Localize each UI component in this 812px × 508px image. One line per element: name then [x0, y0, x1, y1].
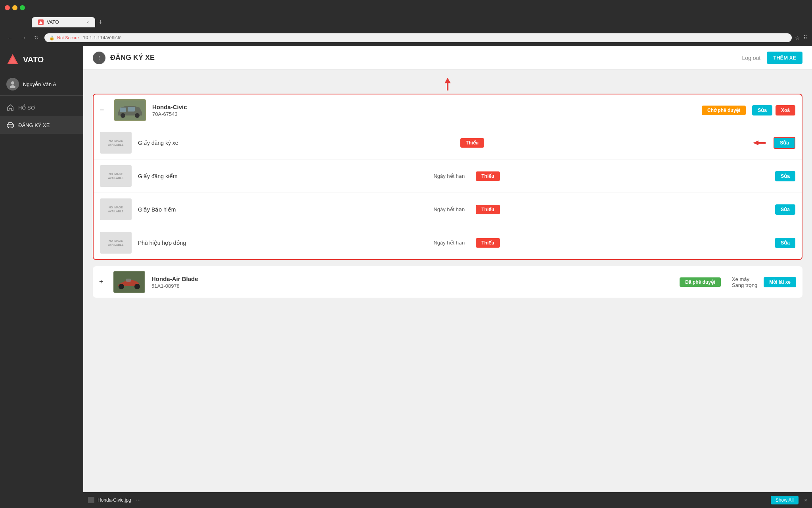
tab-favicon [38, 19, 44, 25]
content-area: − Honda-Civic [83, 70, 812, 492]
reload-button[interactable]: ↻ [32, 33, 41, 42]
more-button[interactable]: ⠿ [803, 35, 807, 41]
tab-bar: VATO × + [0, 15, 812, 29]
avatar [6, 78, 19, 90]
doc-row-dang-kiem: NO IMAGEAVAILABLE Giấy đăng kiểm Ngày hế… [94, 160, 802, 193]
file-more-button[interactable]: ⋯ [136, 497, 141, 503]
vehicle-image-honda-airblade [113, 271, 145, 293]
invite-driver-button-honda-airblade[interactable]: Mời lái xe [764, 277, 796, 287]
forward-button[interactable]: → [18, 33, 29, 42]
document-rows-honda-civic: NO IMAGEAVAILABLE Giấy đăng ký xe Thiếu … [94, 126, 802, 259]
sidebar-logo: VATO [0, 46, 83, 73]
edit-button-doc-dang-kiem[interactable]: Sửa [775, 171, 795, 181]
vehicle-name-honda-civic: Honda-Civic [152, 104, 695, 110]
tab-close-button[interactable]: × [86, 20, 89, 25]
address-bar: ← → ↻ 🔒 Not Secure 10.1.1.114/vehicle ☆ … [0, 29, 812, 46]
vehicle-plate-honda-civic: 70A-67543 [152, 111, 695, 117]
house-icon [6, 104, 14, 112]
vehicle-plate-honda-airblade: 51A1-08978 [151, 283, 673, 289]
edit-button-doc-phu-hieu[interactable]: Sửa [775, 238, 795, 248]
doc-image-bao-hiem: NO IMAGEAVAILABLE [100, 198, 132, 220]
minimize-traffic-light[interactable] [12, 5, 17, 10]
svg-point-3 [11, 81, 14, 85]
vehicle-actions-honda-airblade: Mời lái xe [764, 277, 796, 287]
doc-expiry-bao-hiem: Ngày hết hạn [433, 206, 465, 212]
bottom-file: Honda-Civic.jpg ⋯ [88, 497, 141, 503]
doc-image-dang-ky-xe: NO IMAGEAVAILABLE [100, 132, 132, 154]
edit-button-doc-dang-ky-xe[interactable]: Sửa [774, 137, 795, 149]
bottom-bar-close-button[interactable]: × [804, 497, 807, 503]
svg-point-16 [119, 284, 124, 289]
vehicle-header-honda-airblade: + Honda-Air Blade 51A1-08978 [93, 266, 802, 298]
header-menu-icon[interactable]: ⋮ [93, 52, 105, 64]
maximize-traffic-light[interactable] [20, 5, 25, 10]
sidebar-user: Nguyễn Văn A [0, 73, 83, 96]
doc-status-dang-ky-xe: Thiếu [460, 138, 484, 148]
arrow-right-icon [753, 140, 766, 146]
svg-marker-8 [444, 78, 451, 90]
vehicle-actions-honda-civic: Sửa Xoá [752, 105, 795, 115]
doc-row-phu-hieu: NO IMAGEAVAILABLE Phù hiệu hợp đồng Ngày… [94, 226, 802, 259]
vato-logo-icon [6, 53, 19, 66]
new-tab-button[interactable]: + [95, 18, 106, 27]
svg-marker-14 [753, 140, 766, 145]
vehicle-type2-honda-airblade: Sang trọng [732, 282, 757, 288]
doc-row-bao-hiem: NO IMAGEAVAILABLE Giấy Bảo hiểm Ngày hết… [94, 193, 802, 226]
doc-status-dang-kiem: Thiếu [476, 171, 500, 181]
file-icon [88, 497, 94, 503]
doc-name-dang-ky-xe: Giấy đăng ký xe [138, 140, 443, 146]
sidebar-item-label-ho-so: HỒ SƠ [18, 105, 36, 111]
doc-expiry-phu-hieu: Ngày hết hạn [433, 240, 465, 246]
doc-name-phu-hieu: Phù hiệu hợp đồng [138, 240, 427, 246]
bottom-bar: Honda-Civic.jpg ⋯ Show All × [83, 492, 812, 508]
logout-link[interactable]: Log out [742, 55, 760, 61]
vehicle-type-honda-airblade: Xe máy [732, 276, 757, 282]
doc-status-phu-hieu: Thiếu [476, 238, 500, 248]
doc-name-dang-kiem: Giấy đăng kiểm [138, 173, 427, 179]
lock-icon: 🔒 [49, 35, 55, 40]
svg-point-10 [121, 113, 125, 118]
svg-point-11 [135, 113, 140, 118]
svg-rect-5 [7, 124, 13, 127]
bookmark-button[interactable]: ☆ [795, 35, 800, 41]
tab-title: VATO [47, 19, 59, 25]
title-bar [0, 0, 812, 15]
file-name: Honda-Civic.jpg [98, 497, 131, 503]
page-header: ⋮ ĐĂNG KÝ XE Log out THÊM XE [83, 46, 812, 70]
vehicle-image-honda-civic [114, 99, 146, 121]
sidebar: VATO Nguyễn Văn A HỒ SƠ ĐĂNG KÝ XE [0, 46, 83, 508]
doc-image-phu-hieu: NO IMAGEAVAILABLE [100, 232, 132, 254]
address-input[interactable]: 🔒 Not Secure 10.1.1.114/vehicle [44, 33, 792, 42]
show-all-button[interactable]: Show All [771, 496, 799, 504]
vehicle-toggle-honda-airblade[interactable]: + [99, 278, 107, 286]
sidebar-item-label-dang-ky-xe: ĐĂNG KÝ XE [18, 122, 50, 128]
delete-button-honda-civic[interactable]: Xoá [776, 105, 795, 115]
page-title: ĐĂNG KÝ XE [110, 54, 155, 62]
svg-rect-18 [126, 279, 131, 282]
address-prefix: Not Secure [57, 35, 79, 40]
sidebar-item-dang-ky-xe[interactable]: ĐĂNG KÝ XE [0, 116, 83, 134]
vehicle-info-honda-airblade: Honda-Air Blade 51A1-08978 [151, 275, 673, 289]
vehicle-card-honda-civic: − Honda-Civic [93, 94, 802, 260]
back-button[interactable]: ← [5, 33, 15, 42]
traffic-lights [5, 5, 25, 10]
vehicle-name-honda-airblade: Honda-Air Blade [151, 275, 673, 282]
active-tab[interactable]: VATO × [32, 17, 95, 27]
vehicle-toggle-honda-civic[interactable]: − [100, 106, 108, 114]
edit-button-doc-bao-hiem[interactable]: Sửa [775, 204, 795, 215]
sidebar-item-ho-so[interactable]: HỒ SƠ [0, 99, 83, 116]
add-vehicle-button[interactable]: THÊM XE [767, 52, 802, 64]
svg-rect-12 [120, 108, 126, 112]
svg-rect-13 [128, 107, 135, 112]
edit-button-honda-civic[interactable]: Sửa [752, 105, 772, 115]
user-name: Nguyễn Văn A [23, 81, 56, 87]
close-traffic-light[interactable] [5, 5, 10, 10]
main-content: ⋮ ĐĂNG KÝ XE Log out THÊM XE − [83, 46, 812, 508]
doc-image-dang-kiem: NO IMAGEAVAILABLE [100, 165, 132, 187]
status-badge-honda-airblade: Đã phê duyệt [680, 277, 721, 287]
doc-row-dang-ky-xe: NO IMAGEAVAILABLE Giấy đăng ký xe Thiếu … [94, 126, 802, 160]
svg-marker-0 [39, 21, 42, 24]
address-text: 10.1.1.114/vehicle [83, 35, 121, 40]
doc-status-bao-hiem: Thiếu [476, 205, 500, 214]
logo-text: VATO [23, 55, 44, 64]
